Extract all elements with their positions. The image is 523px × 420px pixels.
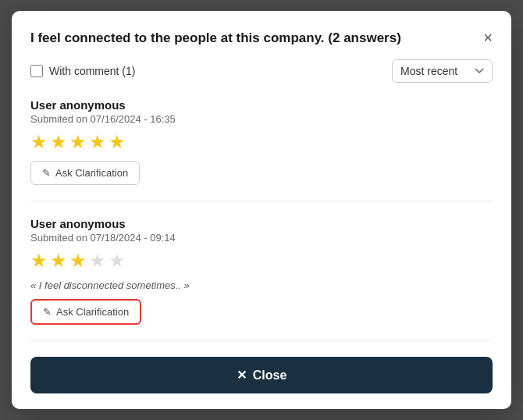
star-2-1: ★ xyxy=(30,250,48,272)
star-1-4: ★ xyxy=(89,131,106,153)
modal-dialog: I feel connected to the people at this c… xyxy=(12,11,511,409)
answer-2-submitted-date: Submited on 07/18/2024 - 09:14 xyxy=(30,232,493,244)
ask-clarification-button-2[interactable]: ✎ Ask Clarification xyxy=(30,299,141,325)
answer-2-comment: « I feel disconnected sometimes.. » xyxy=(30,279,493,291)
edit-icon-1: ✎ xyxy=(42,167,51,179)
answer-1-submitted-date: Submited on 07/16/2024 - 16:35 xyxy=(30,113,493,125)
star-2-2: ★ xyxy=(50,250,67,272)
sort-select[interactable]: Most recent Oldest Highest rating Lowest… xyxy=(392,59,493,83)
answer-block-2: User anonymous Submited on 07/18/2024 - … xyxy=(30,217,493,341)
with-comment-checkbox[interactable] xyxy=(30,65,43,77)
star-1-1: ★ xyxy=(30,131,48,153)
star-2-3: ★ xyxy=(69,250,87,272)
modal-header: I feel connected to the people at this c… xyxy=(30,30,493,47)
star-2-5: ★ xyxy=(109,250,126,272)
edit-icon-2: ✎ xyxy=(43,306,52,318)
close-footer: ✕ Close xyxy=(30,357,493,393)
close-x-icon: ✕ xyxy=(237,368,247,383)
star-1-5: ★ xyxy=(109,131,126,153)
answer-2-stars: ★ ★ ★ ★ ★ xyxy=(30,250,493,272)
with-comment-label: With comment (1) xyxy=(49,65,135,77)
modal-title: I feel connected to the people at this c… xyxy=(30,30,483,47)
star-2-4: ★ xyxy=(89,250,106,272)
star-1-2: ★ xyxy=(50,131,67,153)
ask-clarification-button-1[interactable]: ✎ Ask Clarification xyxy=(30,161,140,185)
modal-close-icon-button[interactable]: × xyxy=(483,30,493,45)
with-comment-checkbox-label[interactable]: With comment (1) xyxy=(30,65,135,77)
close-label: Close xyxy=(253,368,287,383)
star-1-3: ★ xyxy=(69,131,87,153)
answer-1-stars: ★ ★ ★ ★ ★ xyxy=(30,131,493,153)
answer-1-user-name: User anonymous xyxy=(30,98,493,112)
answer-block-1: User anonymous Submited on 07/16/2024 - … xyxy=(30,98,493,201)
answer-2-user-name: User anonymous xyxy=(30,217,493,230)
ask-clarification-label-1: Ask Clarification xyxy=(55,167,128,179)
close-modal-button[interactable]: ✕ Close xyxy=(30,357,493,393)
ask-clarification-label-2: Ask Clarification xyxy=(56,306,129,318)
filter-row: With comment (1) Most recent Oldest High… xyxy=(30,59,493,83)
